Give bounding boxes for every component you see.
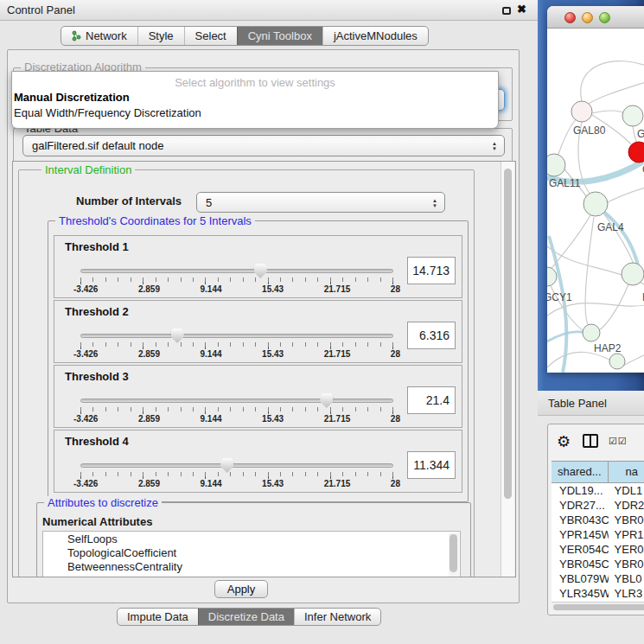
- scrollbar-thumb[interactable]: [504, 169, 512, 499]
- table-row[interactable]: YBR043CYBR0: [552, 513, 644, 527]
- group-title: Interval Definition: [41, 163, 135, 176]
- node-gal4[interactable]: [583, 192, 608, 216]
- network-window-titlebar[interactable]: [547, 6, 644, 29]
- stepper-icon: ▲▼: [429, 194, 441, 212]
- table-row[interactable]: YPR145WYPR1: [552, 527, 644, 542]
- tab-impute-data[interactable]: Impute Data: [118, 609, 198, 625]
- table-header-row: shared... na: [552, 461, 644, 483]
- tick-label: 21.715: [324, 479, 351, 488]
- slider-ticks: [80, 407, 393, 411]
- top-tab-bar: Network Style Select Cyni Toolbox jActiv…: [61, 26, 429, 46]
- tick-label: 21.715: [324, 414, 351, 424]
- slider-ticks: [80, 472, 393, 476]
- slider-thumb[interactable]: [171, 328, 184, 343]
- horizontal-scrollbar[interactable]: [552, 602, 644, 611]
- table-toolbar: ⚙ ☑☑: [548, 424, 644, 461]
- float-window-icon[interactable]: [502, 7, 511, 15]
- numerical-attributes-label: Numerical Attributes: [42, 515, 152, 528]
- slider-thumb[interactable]: [220, 458, 233, 473]
- tick-label: 2.859: [138, 479, 160, 488]
- threshold-value-field[interactable]: 6.316: [407, 322, 456, 349]
- number-of-intervals-combobox[interactable]: 5 ▲▼: [196, 192, 445, 213]
- scrollbar-thumb[interactable]: [553, 604, 644, 610]
- tick-label: -3.426: [73, 349, 98, 359]
- cell: YER0: [609, 542, 644, 557]
- slider-thumb[interactable]: [320, 393, 333, 408]
- column-header[interactable]: shared...: [552, 462, 609, 482]
- close-icon[interactable]: ✖: [517, 3, 526, 16]
- cell: YPR145W: [552, 527, 609, 542]
- column-layout-icon[interactable]: [583, 434, 598, 448]
- node-label: GAL80: [573, 124, 606, 137]
- tick-label: 28: [391, 284, 400, 294]
- list-item[interactable]: SelfLoops: [43, 532, 460, 545]
- tab-jactivemnodules[interactable]: jActiveMNodules: [322, 27, 428, 45]
- table-row[interactable]: YDL19...YDL1: [552, 483, 644, 498]
- node-label: HAP2: [594, 342, 622, 354]
- tab-infer-network[interactable]: Infer Network: [294, 609, 380, 625]
- network-view[interactable]: GAL80 GA C GAL11 GAL4 GCY1 H HAP2: [547, 29, 644, 373]
- threshold-slider[interactable]: [80, 399, 393, 403]
- slider-scale: -3.4262.8599.14415.4321.71528: [73, 284, 400, 294]
- table-row[interactable]: YBR045CYBR0: [552, 557, 644, 571]
- table-data-group: Table Data galFiltered.sif default node …: [13, 128, 513, 163]
- vertical-scrollbar[interactable]: [501, 162, 514, 577]
- node-top-right[interactable]: [622, 105, 643, 126]
- node-bottom[interactable]: [609, 354, 625, 369]
- tick-label: 21.715: [324, 349, 351, 359]
- tab-style[interactable]: Style: [137, 27, 184, 45]
- dropdown-item-equal-width-frequency[interactable]: Equal Width/Frequency Discretization: [14, 106, 201, 119]
- list-item[interactable]: TopologicalCoefficient: [43, 545, 460, 559]
- minimize-traffic-light-icon[interactable]: [582, 12, 593, 23]
- node-gal11[interactable]: [547, 154, 565, 176]
- desktop-background: GAL80 GA C GAL11 GAL4 GCY1 H HAP2: [538, 0, 644, 391]
- tab-discretize-data[interactable]: Discretize Data: [198, 609, 294, 625]
- node-label: GAL11: [549, 177, 581, 189]
- slider-thumb[interactable]: [254, 264, 267, 278]
- threshold-row: Threshold 3 -3.4262.8599.14415.4321.7152…: [54, 365, 462, 428]
- threshold-slider[interactable]: [80, 334, 393, 338]
- table-data-value: galFiltered.sif default node: [32, 139, 163, 152]
- table-data-combobox[interactable]: galFiltered.sif default node ▲▼: [22, 135, 505, 156]
- numerical-attributes-list: SelfLoops TopologicalCoefficient Between…: [42, 531, 461, 577]
- tab-cyni-toolbox[interactable]: Cyni Toolbox: [237, 27, 322, 45]
- table-row[interactable]: YER054CYER0: [552, 542, 644, 557]
- cell: YDR27...: [552, 498, 609, 513]
- control-panel-titlebar: Control Panel ✖: [0, 0, 538, 21]
- threshold-value-field[interactable]: 14.713: [407, 257, 456, 284]
- node-hap2[interactable]: [583, 324, 600, 341]
- gear-icon[interactable]: ⚙: [557, 432, 571, 451]
- apply-button[interactable]: Apply: [214, 580, 268, 598]
- node-gal80[interactable]: [571, 101, 592, 122]
- threshold-row: Threshold 4 -3.4262.8599.14415.4321.7152…: [54, 430, 462, 493]
- column-header[interactable]: na: [609, 462, 644, 482]
- threshold-label: Threshold 3: [65, 370, 129, 383]
- slider-scale: -3.4262.8599.14415.4321.71528: [73, 479, 400, 488]
- dropdown-placeholder: Select algorithm to view settings: [12, 76, 498, 89]
- node-selected-red[interactable]: [628, 142, 644, 163]
- dropdown-item-manual-discretization[interactable]: Manual Discretization: [14, 91, 130, 104]
- threshold-slider[interactable]: [80, 269, 393, 273]
- tick-label: 28: [391, 414, 400, 424]
- close-traffic-light-icon[interactable]: [564, 12, 576, 23]
- node-gcy1[interactable]: [547, 267, 557, 286]
- node-h[interactable]: [622, 263, 644, 285]
- list-scrollbar[interactable]: [449, 532, 459, 577]
- tab-label: Select: [195, 29, 226, 42]
- tab-select[interactable]: Select: [184, 27, 237, 45]
- tab-network[interactable]: Network: [61, 27, 137, 45]
- table-row[interactable]: YBL079WYBL0: [552, 571, 644, 586]
- table-row[interactable]: YDR27...YDR2: [552, 498, 644, 513]
- threshold-value-field[interactable]: 21.4: [407, 386, 456, 414]
- zoom-traffic-light-icon[interactable]: [599, 12, 610, 23]
- threshold-slider[interactable]: [80, 463, 393, 468]
- threshold-value-field[interactable]: 11.344: [407, 451, 456, 479]
- table-row[interactable]: YLR345WYLR3: [552, 586, 644, 601]
- list-item[interactable]: BetweennessCentrality: [43, 559, 460, 573]
- tick-label: 9.144: [201, 414, 222, 424]
- cell: YDR2: [609, 498, 644, 513]
- algorithm-dropdown-popup: Select algorithm to view settings Manual…: [11, 71, 499, 129]
- number-of-intervals-value: 5: [206, 196, 212, 209]
- select-columns-icon[interactable]: ☑☑: [609, 436, 628, 447]
- tick-label: 21.715: [324, 284, 351, 294]
